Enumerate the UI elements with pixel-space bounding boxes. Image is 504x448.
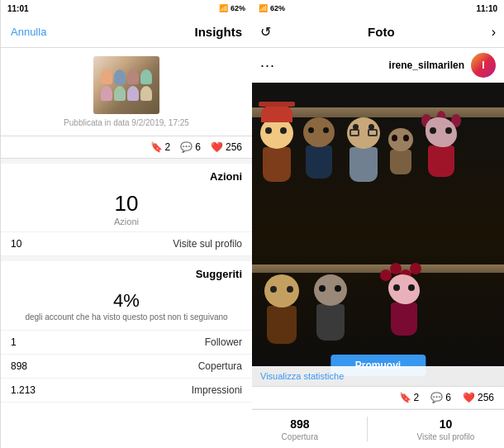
shelf-scene: Promuovi Visualizza statistiche (252, 83, 504, 386)
post-thumbnail (93, 56, 159, 114)
bottom-stats-bar: 898 Copertura 10 Visite sul profilo (252, 409, 504, 448)
visualizza-overlay[interactable]: Visualizza statistiche (252, 366, 504, 386)
funko-figure-8 (388, 274, 420, 336)
right-header: ↺ Foto › (252, 17, 504, 48)
funko-figure-5 (426, 117, 457, 177)
foto-title: Foto (368, 25, 394, 39)
funko-figure-4 (388, 128, 413, 174)
azioni-value: 10 (11, 191, 242, 217)
azioni-label: Azioni (11, 217, 242, 226)
follower-label: Follower (205, 336, 242, 348)
funko-figure-6 (264, 274, 299, 344)
azioni-section-header: Azioni (1, 159, 252, 186)
follower-row: 1 Follower (1, 331, 252, 355)
heart-icon-right: ❤️ (463, 392, 475, 403)
right-bookmarks-stat: 🔖 2 (399, 392, 420, 403)
copertura-row: 898 Copertura (1, 355, 252, 379)
bookmark-icon: 🔖 (150, 141, 163, 153)
follower-value: 1 (11, 336, 17, 348)
impressioni-label: Impressioni (192, 384, 242, 396)
bottom-actions-bar: 🔖 2 💬 6 ❤️ 256 (252, 386, 504, 409)
user-row: ··· irene_silmarilen I (252, 48, 504, 83)
left-header: Annulla Insights (1, 17, 252, 48)
heart-icon: ❤️ (211, 141, 223, 153)
wifi-icon-right: 📶 (259, 4, 268, 12)
thumb-fig-3 (127, 69, 139, 84)
username[interactable]: irene_silmarilen (389, 60, 464, 71)
copertura-label: Copertura (198, 360, 242, 372)
likes-stat: ❤️ 256 (211, 141, 242, 153)
funko-figure-1 (260, 117, 293, 182)
insights-panel: 11:01 📶 62% Annulla Insights Pubblicata … (0, 0, 252, 448)
likes-count: 256 (226, 141, 242, 153)
right-comments-stat: 💬 6 (430, 392, 451, 403)
right-bookmark-count: 2 (414, 392, 420, 403)
visite-bottom-value: 10 (440, 417, 453, 431)
comment-icon: 💬 (180, 141, 193, 153)
shelf-bottom (252, 265, 504, 273)
post-stats-bar: 🔖 2 💬 6 ❤️ 256 (1, 136, 252, 159)
impressioni-row: 1.213 Impressioni (1, 379, 252, 403)
thumb-fig-5 (101, 86, 112, 101)
azioni-metric-block: 10 Azioni (1, 186, 252, 232)
more-options-icon[interactable]: ··· (260, 57, 275, 74)
left-status-bar: 11:01 📶 62% (1, 0, 252, 17)
visite-bottom-label: Visite sul profilo (417, 432, 475, 441)
photo-display: Promuovi Visualizza statistiche (252, 83, 504, 386)
funko-figure-2 (303, 117, 335, 179)
comment-count: 6 (195, 141, 201, 153)
photo-panel: 📶 62% 11:10 ↺ Foto › ··· irene_silmarile… (252, 0, 504, 448)
thumb-fig-4 (140, 69, 152, 84)
copertura-bottom: 898 Copertura (282, 417, 318, 441)
right-status-bar: 📶 62% 11:10 (252, 0, 504, 17)
stat-divider (367, 417, 368, 441)
suggeriti-section-header: Suggeriti (1, 256, 252, 284)
annulla-button[interactable]: Annulla (11, 26, 46, 38)
chevron-right-icon[interactable]: › (492, 25, 496, 40)
suggeriti-block: 4% degli account che ha visto questo pos… (1, 284, 252, 331)
funko-figure-3 (347, 117, 380, 182)
suggeriti-percent: 4% (11, 290, 242, 312)
visualizza-label[interactable]: Visualizza statistiche (260, 371, 344, 381)
bookmarks-stat: 🔖 2 (150, 141, 171, 153)
copertura-bottom-label: Copertura (282, 432, 318, 441)
bookmark-icon-right: 🔖 (399, 392, 411, 403)
comment-icon-right: 💬 (430, 392, 443, 403)
impressioni-value: 1.213 (11, 384, 36, 396)
bookmark-count: 2 (165, 141, 171, 153)
insights-title: Insights (194, 25, 242, 39)
visite-profilo-row: 10 Visite sul profilo (1, 232, 252, 256)
post-date: Pubblicata in data 9/2/2019, 17:25 (64, 118, 189, 127)
copertura-bottom-value: 898 (290, 417, 309, 431)
refresh-icon[interactable]: ↺ (260, 24, 271, 40)
battery-icon-right: 62% (270, 4, 285, 12)
thumb-fig-1 (101, 69, 112, 84)
visite-value: 10 (11, 238, 21, 250)
visite-bottom: 10 Visite sul profilo (417, 417, 475, 441)
post-preview: Pubblicata in data 9/2/2019, 17:25 (1, 48, 252, 136)
visite-label: Visite sul profilo (173, 238, 242, 250)
right-status-icons: 📶 62% (259, 4, 285, 12)
thumb-fig-2 (114, 69, 126, 84)
thumb-fig-7 (127, 86, 139, 101)
right-comment-count: 6 (445, 392, 451, 403)
right-time: 11:10 (476, 4, 497, 13)
right-likes-count: 256 (478, 392, 494, 403)
battery-icon: 62% (231, 4, 245, 12)
wifi-icon: 📶 (219, 4, 228, 12)
left-status-icons: 📶 62% (219, 4, 245, 12)
suggeriti-desc: degli account che ha visto questo post n… (11, 312, 242, 323)
thumb-fig-8 (140, 86, 152, 101)
left-time: 11:01 (7, 4, 29, 13)
right-likes-stat: ❤️ 256 (463, 392, 494, 403)
avatar[interactable]: I (471, 53, 496, 78)
copertura-value: 898 (11, 360, 27, 372)
funko-figure-7 (314, 274, 347, 341)
comments-stat: 💬 6 (180, 141, 201, 153)
thumb-fig-6 (114, 86, 126, 101)
